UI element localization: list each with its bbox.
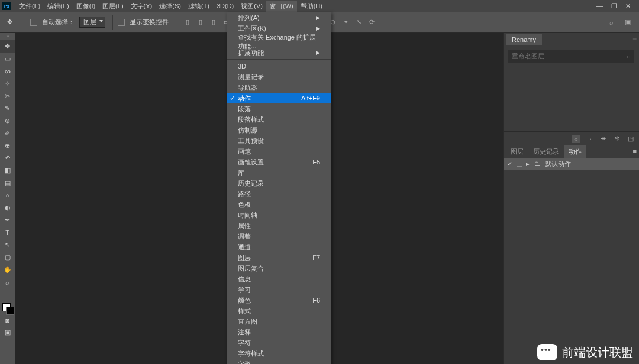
history-tab[interactable]: 历史记录 bbox=[528, 145, 564, 158]
menu-item-动作[interactable]: ✓动作Alt+F9 bbox=[227, 93, 331, 103]
corner-icon[interactable]: ◳ bbox=[627, 135, 634, 142]
path-tool[interactable]: ↖ bbox=[0, 239, 15, 251]
menu-item-样式[interactable]: 样式 bbox=[227, 306, 331, 316]
eraser-tool[interactable]: ◧ bbox=[0, 164, 15, 177]
menu-file[interactable]: 文件(F) bbox=[15, 1, 44, 12]
menu-item-排列(A)[interactable]: 排列(A)▶ bbox=[227, 12, 331, 23]
clone-tool[interactable]: ⊕ bbox=[0, 139, 15, 152]
menu-select[interactable]: 选择(S) bbox=[156, 1, 185, 12]
panel-menu-icon[interactable]: ≡ bbox=[632, 35, 637, 44]
menu-item-画笔[interactable]: 画笔 bbox=[227, 146, 331, 157]
menu-filter[interactable]: 滤镜(T) bbox=[185, 1, 213, 12]
next-icon[interactable]: → bbox=[586, 135, 593, 142]
menu-item-工具预设[interactable]: 工具预设 bbox=[227, 135, 331, 146]
pen-tool[interactable]: ✒ bbox=[0, 214, 15, 226]
menu-item-导航器[interactable]: 导航器 bbox=[227, 82, 331, 93]
menu-item-直方图[interactable]: 直方图 bbox=[227, 316, 331, 327]
3d-icon-4[interactable]: ⤡ bbox=[354, 18, 363, 27]
shape-tool[interactable]: ▢ bbox=[0, 251, 15, 264]
menu-item-通道[interactable]: 通道 bbox=[227, 242, 331, 252]
menu-item-扩展功能[interactable]: 扩展功能▶ bbox=[227, 47, 331, 58]
type-tool[interactable]: T bbox=[0, 226, 15, 239]
menu-type[interactable]: 文字(Y) bbox=[127, 1, 156, 12]
actions-tab[interactable]: 动作 bbox=[564, 145, 586, 158]
crop-tool[interactable]: ✂ bbox=[0, 90, 15, 102]
menu-item-3D[interactable]: 3D bbox=[227, 61, 331, 72]
minimize-button[interactable]: — bbox=[596, 2, 603, 10]
3d-icon-3[interactable]: ✦ bbox=[341, 18, 350, 27]
menu-item-字符样式[interactable]: 字符样式 bbox=[227, 348, 331, 359]
quickmask-tool[interactable]: ◙ bbox=[0, 314, 15, 326]
blur-tool[interactable]: ○ bbox=[0, 189, 15, 202]
menu-item-工作区(K)[interactable]: 工作区(K)▶ bbox=[227, 23, 331, 34]
3d-icon-5[interactable]: ⟳ bbox=[367, 18, 376, 27]
workspace-icon[interactable]: ▣ bbox=[623, 18, 632, 27]
menu-image[interactable]: 图像(I) bbox=[73, 1, 99, 12]
menu-item-段落样式[interactable]: 段落样式 bbox=[227, 114, 331, 125]
eyedropper-tool[interactable]: ✎ bbox=[0, 102, 15, 115]
menu-item-测量记录[interactable]: 测量记录 bbox=[227, 72, 331, 82]
align-right-icon[interactable]: ▯ bbox=[209, 18, 218, 27]
menu-item-图层[interactable]: 图层F7 bbox=[227, 252, 331, 263]
menu-item-色板[interactable]: 色板 bbox=[227, 199, 331, 210]
menu-item-历史记录[interactable]: 历史记录 bbox=[227, 178, 331, 188]
skip-icon[interactable]: ↠ bbox=[599, 135, 607, 142]
lasso-tool[interactable]: ᔕ bbox=[0, 65, 15, 77]
auto-select-dropdown[interactable]: 图层 bbox=[79, 17, 105, 28]
menu-layer[interactable]: 图层(L) bbox=[99, 1, 127, 12]
hand-tool[interactable]: ✋ bbox=[0, 264, 15, 276]
menu-item-学习[interactable]: 学习 bbox=[227, 284, 331, 295]
auto-select-checkbox[interactable] bbox=[30, 19, 37, 26]
brush-tool[interactable]: ✐ bbox=[0, 127, 15, 139]
healing-tool[interactable]: ⊗ bbox=[0, 115, 15, 127]
menu-item-路径[interactable]: 路径 bbox=[227, 188, 331, 199]
search-icon[interactable]: ⌕ bbox=[606, 18, 616, 27]
align-center-h-icon[interactable]: ▯ bbox=[196, 18, 205, 27]
menu-item-库[interactable]: 库 bbox=[227, 167, 331, 178]
gradient-tool[interactable]: ▤ bbox=[0, 177, 15, 189]
menu-3d[interactable]: 3D(D) bbox=[213, 1, 237, 11]
menu-item-仿制源[interactable]: 仿制源 bbox=[227, 125, 331, 135]
menu-item-颜色[interactable]: 颜色F6 bbox=[227, 295, 331, 306]
check-icon[interactable]: ✓ bbox=[507, 160, 513, 168]
marquee-tool[interactable]: ▭ bbox=[0, 53, 15, 65]
align-left-icon[interactable]: ▯ bbox=[183, 18, 192, 27]
menu-item-段落[interactable]: 段落 bbox=[227, 103, 331, 114]
action-set-row[interactable]: ✓ ▸ 🗀 默认动作 bbox=[504, 158, 639, 170]
menu-item-画笔设置[interactable]: 画笔设置F5 bbox=[227, 157, 331, 167]
gear-icon[interactable]: ✲ bbox=[613, 135, 621, 142]
menu-item-注释[interactable]: 注释 bbox=[227, 327, 331, 337]
menu-view[interactable]: 视图(V) bbox=[237, 1, 266, 12]
menu-item-图层复合[interactable]: 图层复合 bbox=[227, 263, 331, 274]
menu-item-时间轴[interactable]: 时间轴 bbox=[227, 210, 331, 220]
toolbox-collapse[interactable]: » bbox=[0, 33, 15, 40]
menu-edit[interactable]: 编辑(E) bbox=[44, 1, 73, 12]
renamy-tab[interactable]: Renamy bbox=[506, 34, 542, 45]
zoom-tool[interactable]: ⌕ bbox=[0, 276, 15, 288]
move-tool[interactable]: ✥ bbox=[0, 40, 15, 53]
close-button[interactable]: ✕ bbox=[625, 2, 631, 10]
color-swatch[interactable] bbox=[0, 301, 15, 314]
show-transform-checkbox[interactable] bbox=[118, 19, 125, 26]
menu-item-字形[interactable]: 字形 bbox=[227, 359, 331, 364]
menu-item-属性[interactable]: 属性 bbox=[227, 220, 331, 231]
screenmode-tool[interactable]: ▣ bbox=[0, 326, 15, 339]
menu-item-字符[interactable]: 字符 bbox=[227, 337, 331, 348]
history-brush-tool[interactable]: ↶ bbox=[0, 152, 15, 164]
restore-button[interactable]: ❐ bbox=[611, 2, 617, 10]
layers-tab[interactable]: 图层 bbox=[506, 145, 528, 158]
actions-menu-icon[interactable]: ≡ bbox=[633, 148, 637, 155]
menu-item-信息[interactable]: 信息 bbox=[227, 274, 331, 284]
menu-item-调整[interactable]: 调整 bbox=[227, 231, 331, 242]
dialog-toggle[interactable] bbox=[517, 161, 522, 167]
rename-search-input[interactable]: 重命名图层 ⌕ bbox=[508, 50, 634, 63]
disclosure-icon[interactable]: ▸ bbox=[526, 160, 531, 168]
menu-window[interactable]: 窗口(W) bbox=[266, 1, 297, 12]
menu-item-查找有关 Exchange 的扩展功能...[interactable]: 查找有关 Exchange 的扩展功能... bbox=[227, 37, 331, 47]
dodge-tool[interactable]: ◐ bbox=[0, 202, 15, 214]
magic-wand-tool[interactable]: ✧ bbox=[0, 77, 15, 90]
menu-help[interactable]: 帮助(H) bbox=[297, 1, 326, 12]
edit-toolbar[interactable]: ⋯ bbox=[0, 288, 15, 301]
toggle-panel-icon[interactable]: ⟐ bbox=[572, 135, 580, 143]
window-dropdown-menu: 排列(A)▶工作区(K)▶查找有关 Exchange 的扩展功能...扩展功能▶… bbox=[227, 12, 331, 364]
